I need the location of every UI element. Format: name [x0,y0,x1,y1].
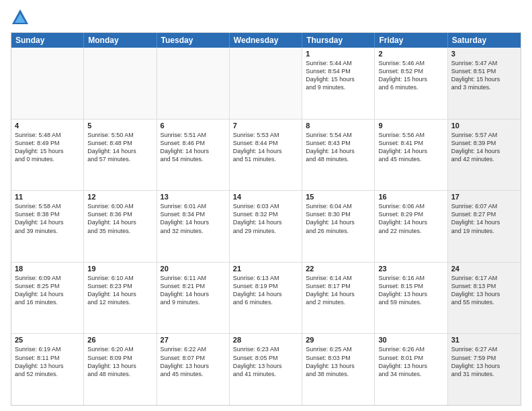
calendar-cell-day-3: 3Sunrise: 5:47 AM Sunset: 8:51 PM Daylig… [448,48,521,119]
day-info: Sunrise: 5:56 AM Sunset: 8:41 PM Dayligh… [378,131,443,164]
calendar-cell-empty-0-1 [84,48,157,119]
day-number: 6 [161,122,226,130]
calendar-cell-day-26: 26Sunrise: 6:20 AM Sunset: 8:09 PM Dayli… [84,334,157,405]
day-info: Sunrise: 5:44 AM Sunset: 8:54 PM Dayligh… [306,59,371,92]
day-number: 30 [378,336,443,344]
day-number: 9 [378,122,443,130]
calendar-cell-day-9: 9Sunrise: 5:56 AM Sunset: 8:41 PM Daylig… [375,120,447,191]
header-day-monday: Monday [84,33,157,48]
day-info: Sunrise: 6:19 AM Sunset: 8:11 PM Dayligh… [15,345,80,378]
calendar-cell-day-31: 31Sunrise: 6:27 AM Sunset: 7:59 PM Dayli… [448,334,521,405]
calendar-body: 1Sunrise: 5:44 AM Sunset: 8:54 PM Daylig… [11,48,521,405]
calendar-cell-day-27: 27Sunrise: 6:22 AM Sunset: 8:07 PM Dayli… [157,334,230,405]
day-number: 31 [451,336,517,344]
calendar-row-3: 18Sunrise: 6:09 AM Sunset: 8:25 PM Dayli… [11,262,521,334]
day-info: Sunrise: 6:26 AM Sunset: 8:01 PM Dayligh… [378,345,443,378]
calendar-cell-day-15: 15Sunrise: 6:04 AM Sunset: 8:30 PM Dayli… [302,191,375,262]
logo [11,8,32,27]
calendar-cell-day-13: 13Sunrise: 6:01 AM Sunset: 8:34 PM Dayli… [157,191,230,262]
day-info: Sunrise: 5:46 AM Sunset: 8:52 PM Dayligh… [378,59,443,92]
calendar-row-4: 25Sunrise: 6:19 AM Sunset: 8:11 PM Dayli… [11,333,521,405]
day-number: 16 [378,193,443,201]
calendar-cell-empty-0-0 [11,48,84,119]
calendar-cell-day-10: 10Sunrise: 5:57 AM Sunset: 8:39 PM Dayli… [448,120,521,191]
day-info: Sunrise: 6:11 AM Sunset: 8:21 PM Dayligh… [161,274,226,307]
day-info: Sunrise: 5:58 AM Sunset: 8:38 PM Dayligh… [15,202,80,235]
day-info: Sunrise: 6:23 AM Sunset: 8:05 PM Dayligh… [233,345,298,378]
day-number: 13 [161,193,226,201]
calendar-cell-empty-0-2 [157,48,230,119]
day-number: 20 [161,265,226,273]
header [11,8,521,27]
calendar-cell-day-28: 28Sunrise: 6:23 AM Sunset: 8:05 PM Dayli… [230,334,302,405]
day-info: Sunrise: 6:16 AM Sunset: 8:15 PM Dayligh… [378,274,443,307]
day-number: 17 [451,193,517,201]
day-info: Sunrise: 6:04 AM Sunset: 8:30 PM Dayligh… [306,202,371,235]
calendar-cell-day-8: 8Sunrise: 5:54 AM Sunset: 8:43 PM Daylig… [302,120,375,191]
day-number: 5 [87,122,152,130]
calendar-cell-day-20: 20Sunrise: 6:11 AM Sunset: 8:21 PM Dayli… [157,263,230,334]
calendar-cell-day-18: 18Sunrise: 6:09 AM Sunset: 8:25 PM Dayli… [11,263,84,334]
header-day-friday: Friday [375,33,447,48]
day-number: 22 [306,265,371,273]
day-number: 18 [15,265,80,273]
day-info: Sunrise: 5:50 AM Sunset: 8:48 PM Dayligh… [87,131,152,164]
header-day-thursday: Thursday [302,33,375,48]
day-number: 15 [306,193,371,201]
day-info: Sunrise: 6:10 AM Sunset: 8:23 PM Dayligh… [87,274,152,307]
day-info: Sunrise: 5:53 AM Sunset: 8:44 PM Dayligh… [233,131,298,164]
calendar-cell-day-4: 4Sunrise: 5:48 AM Sunset: 8:49 PM Daylig… [11,120,84,191]
day-number: 14 [233,193,298,201]
calendar-row-1: 4Sunrise: 5:48 AM Sunset: 8:49 PM Daylig… [11,119,521,191]
day-info: Sunrise: 5:57 AM Sunset: 8:39 PM Dayligh… [451,131,517,164]
calendar-cell-day-6: 6Sunrise: 5:51 AM Sunset: 8:46 PM Daylig… [157,120,230,191]
day-number: 2 [378,50,443,58]
day-number: 4 [15,122,80,130]
calendar-cell-day-23: 23Sunrise: 6:16 AM Sunset: 8:15 PM Dayli… [375,263,447,334]
day-info: Sunrise: 6:07 AM Sunset: 8:27 PM Dayligh… [451,202,517,235]
day-number: 24 [451,265,517,273]
calendar-row-0: 1Sunrise: 5:44 AM Sunset: 8:54 PM Daylig… [11,48,521,119]
day-info: Sunrise: 6:06 AM Sunset: 8:29 PM Dayligh… [378,202,443,235]
calendar-header: SundayMondayTuesdayWednesdayThursdayFrid… [11,33,521,48]
day-info: Sunrise: 5:54 AM Sunset: 8:43 PM Dayligh… [306,131,371,164]
day-info: Sunrise: 6:03 AM Sunset: 8:32 PM Dayligh… [233,202,298,235]
day-info: Sunrise: 6:14 AM Sunset: 8:17 PM Dayligh… [306,274,371,307]
calendar-cell-day-1: 1Sunrise: 5:44 AM Sunset: 8:54 PM Daylig… [302,48,375,119]
calendar-cell-day-21: 21Sunrise: 6:13 AM Sunset: 8:19 PM Dayli… [230,263,302,334]
header-day-saturday: Saturday [448,33,521,48]
day-info: Sunrise: 6:01 AM Sunset: 8:34 PM Dayligh… [161,202,226,235]
calendar-cell-day-12: 12Sunrise: 6:00 AM Sunset: 8:36 PM Dayli… [84,191,157,262]
calendar-cell-day-17: 17Sunrise: 6:07 AM Sunset: 8:27 PM Dayli… [448,191,521,262]
day-number: 19 [87,265,152,273]
calendar-cell-day-2: 2Sunrise: 5:46 AM Sunset: 8:52 PM Daylig… [375,48,447,119]
calendar-cell-day-7: 7Sunrise: 5:53 AM Sunset: 8:44 PM Daylig… [230,120,302,191]
day-info: Sunrise: 5:47 AM Sunset: 8:51 PM Dayligh… [451,59,517,92]
day-number: 10 [451,122,517,130]
calendar-cell-day-24: 24Sunrise: 6:17 AM Sunset: 8:13 PM Dayli… [448,263,521,334]
day-info: Sunrise: 6:20 AM Sunset: 8:09 PM Dayligh… [87,345,152,378]
day-info: Sunrise: 6:09 AM Sunset: 8:25 PM Dayligh… [15,274,80,307]
calendar-cell-day-11: 11Sunrise: 5:58 AM Sunset: 8:38 PM Dayli… [11,191,84,262]
calendar-cell-day-14: 14Sunrise: 6:03 AM Sunset: 8:32 PM Dayli… [230,191,302,262]
day-info: Sunrise: 5:51 AM Sunset: 8:46 PM Dayligh… [161,131,226,164]
day-number: 29 [306,336,371,344]
calendar-cell-day-16: 16Sunrise: 6:06 AM Sunset: 8:29 PM Dayli… [375,191,447,262]
day-number: 12 [87,193,152,201]
calendar-row-2: 11Sunrise: 5:58 AM Sunset: 8:38 PM Dayli… [11,190,521,262]
day-info: Sunrise: 6:00 AM Sunset: 8:36 PM Dayligh… [87,202,152,235]
day-number: 23 [378,265,443,273]
calendar-cell-empty-0-3 [230,48,302,119]
day-number: 11 [15,193,80,201]
calendar-cell-day-22: 22Sunrise: 6:14 AM Sunset: 8:17 PM Dayli… [302,263,375,334]
day-number: 28 [233,336,298,344]
day-number: 3 [451,50,517,58]
day-info: Sunrise: 6:22 AM Sunset: 8:07 PM Dayligh… [161,345,226,378]
day-number: 1 [306,50,371,58]
calendar-cell-day-5: 5Sunrise: 5:50 AM Sunset: 8:48 PM Daylig… [84,120,157,191]
logo-icon [11,8,30,27]
day-info: Sunrise: 5:48 AM Sunset: 8:49 PM Dayligh… [15,131,80,164]
day-info: Sunrise: 6:13 AM Sunset: 8:19 PM Dayligh… [233,274,298,307]
day-number: 21 [233,265,298,273]
header-day-sunday: Sunday [11,33,84,48]
